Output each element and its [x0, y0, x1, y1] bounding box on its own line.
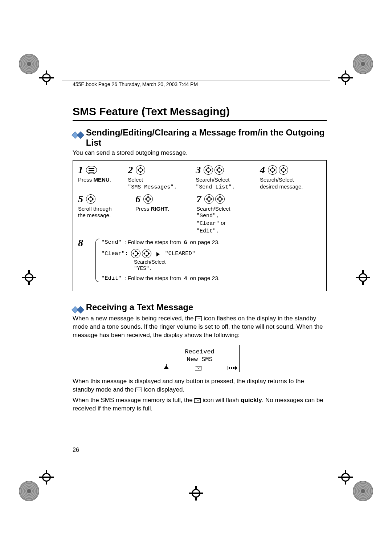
navigation-key-icon [279, 165, 288, 175]
page: 455E.book Page 26 Thursday, March 20, 20… [0, 0, 392, 555]
envelope-icon [195, 366, 201, 370]
registration-mark-icon [353, 481, 373, 501]
step-caption: Select "SMS Messages". [128, 177, 177, 191]
substep-edit: "Edit": Follow the steps from 4 on page … [101, 274, 321, 283]
substep-clear-caption: Search/Select "YES". [134, 259, 321, 272]
navigation-key-icon [143, 194, 153, 204]
title-rule [73, 120, 327, 121]
section-heading-text: Receiving a Text Message [86, 302, 193, 312]
step-number: 8 [78, 238, 87, 248]
step-number: 7 [196, 194, 201, 204]
step-caption: Press RIGHT. [135, 206, 169, 212]
section-heading-text: Sending/Editing/Clearing a Message from/… [86, 127, 327, 148]
crop-mark-icon [39, 70, 54, 85]
antenna-icon [164, 365, 169, 370]
section-intro: You can send a stored outgoing message. [73, 149, 327, 157]
step-number: 4 [260, 165, 265, 175]
header-rule [62, 81, 330, 81]
steps-box: 1 Press MENU. 2 Select "SMS Messages". [73, 160, 327, 291]
crop-mark-icon [338, 70, 353, 85]
navigation-key-icon [86, 194, 95, 204]
diamond-bullet-icon [77, 131, 84, 139]
lcd-display: Received New SMS [160, 345, 240, 373]
navigation-key-icon [131, 249, 140, 258]
paragraph: When a new message is being received, th… [73, 315, 327, 340]
page-number: 26 [73, 447, 79, 453]
step-number: 2 [128, 165, 133, 175]
step-number: 5 [78, 194, 83, 204]
substep-clear: "Clear": "CLEARED" [101, 249, 321, 258]
step-caption: Search/Select "Send List". [196, 177, 235, 191]
arrow-right-icon [156, 252, 160, 256]
paragraph: When this message is displayed and any b… [73, 377, 327, 394]
section-heading-receiving: Receiving a Text Message [73, 302, 327, 312]
registration-mark-icon [19, 481, 39, 501]
navigation-key-icon [268, 165, 277, 175]
crop-mark-icon [356, 270, 370, 285]
section-heading-sending: Sending/Editing/Clearing a Message from/… [73, 127, 327, 148]
registration-mark-icon [353, 54, 373, 74]
step-caption: Search/Select "Send", "Clear" or "Edit". [196, 206, 230, 235]
battery-icon [228, 366, 236, 370]
step-caption: Press MENU. [78, 177, 111, 183]
navigation-key-icon [215, 194, 225, 204]
crop-mark-icon [39, 470, 54, 485]
lcd-line: Received [162, 348, 237, 356]
step-caption: Scroll through the message. [78, 206, 112, 219]
diamond-bullet-icon [77, 306, 84, 313]
page-title: SMS Feature (Text Messaging) [73, 105, 327, 118]
content-area: SMS Feature (Text Messaging) Sending/Edi… [73, 105, 327, 413]
navigation-key-icon [142, 249, 151, 258]
lcd-line: New SMS [162, 356, 237, 363]
envelope-icon [195, 316, 202, 321]
navigation-key-icon [204, 194, 214, 204]
step-number: 6 [135, 194, 140, 204]
step-number: 3 [196, 165, 201, 175]
paragraph: When the SMS message memory is full, the… [73, 396, 327, 413]
navigation-key-icon [204, 165, 213, 175]
crop-mark-icon [189, 486, 203, 501]
step-caption: Search/Select desired message. [260, 177, 303, 190]
envelope-icon [194, 398, 201, 403]
step-number: 1 [78, 165, 83, 175]
menu-button-icon [86, 166, 97, 174]
crop-mark-icon [338, 470, 353, 485]
navigation-key-icon [215, 165, 224, 175]
registration-mark-icon [19, 54, 39, 74]
navigation-key-icon [136, 165, 145, 175]
crop-mark-icon [22, 270, 36, 285]
running-header: 455E.book Page 26 Thursday, March 20, 20… [73, 81, 198, 87]
substep-send: "Send": Follow the steps from 6 on page … [101, 238, 321, 247]
envelope-icon [135, 388, 142, 392]
